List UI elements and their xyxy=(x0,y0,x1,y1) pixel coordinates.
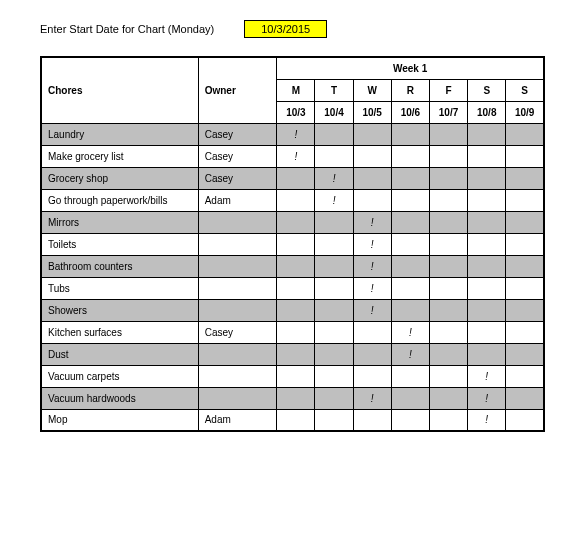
day-cell[interactable]: ! xyxy=(315,189,353,211)
owner-cell[interactable] xyxy=(198,343,277,365)
day-cell[interactable] xyxy=(506,387,544,409)
day-cell[interactable]: ! xyxy=(353,387,391,409)
day-cell[interactable] xyxy=(353,167,391,189)
day-cell[interactable] xyxy=(429,387,467,409)
day-cell[interactable] xyxy=(353,189,391,211)
chore-cell[interactable]: Toilets xyxy=(41,233,198,255)
day-cell[interactable] xyxy=(506,189,544,211)
date-input[interactable]: 10/3/2015 xyxy=(244,20,327,38)
owner-cell[interactable]: Casey xyxy=(198,123,277,145)
day-cell[interactable]: ! xyxy=(391,321,429,343)
day-cell[interactable] xyxy=(391,365,429,387)
day-cell[interactable] xyxy=(391,145,429,167)
chore-cell[interactable]: Showers xyxy=(41,299,198,321)
day-cell[interactable] xyxy=(506,167,544,189)
day-cell[interactable] xyxy=(391,387,429,409)
day-cell[interactable] xyxy=(315,321,353,343)
day-cell[interactable] xyxy=(506,211,544,233)
day-cell[interactable] xyxy=(429,321,467,343)
day-cell[interactable] xyxy=(429,189,467,211)
day-cell[interactable] xyxy=(429,277,467,299)
day-cell[interactable] xyxy=(391,299,429,321)
day-cell[interactable] xyxy=(506,299,544,321)
day-cell[interactable] xyxy=(506,365,544,387)
day-cell[interactable] xyxy=(277,189,315,211)
owner-cell[interactable]: Adam xyxy=(198,189,277,211)
day-cell[interactable] xyxy=(315,387,353,409)
day-cell[interactable] xyxy=(353,145,391,167)
day-cell[interactable] xyxy=(353,123,391,145)
day-cell[interactable] xyxy=(277,299,315,321)
day-cell[interactable] xyxy=(468,299,506,321)
day-cell[interactable] xyxy=(315,255,353,277)
owner-cell[interactable] xyxy=(198,387,277,409)
day-cell[interactable] xyxy=(429,167,467,189)
day-cell[interactable] xyxy=(277,365,315,387)
day-cell[interactable]: ! xyxy=(353,255,391,277)
day-cell[interactable] xyxy=(277,387,315,409)
day-cell[interactable] xyxy=(315,299,353,321)
day-cell[interactable] xyxy=(429,343,467,365)
day-cell[interactable] xyxy=(506,233,544,255)
day-cell[interactable] xyxy=(429,123,467,145)
day-cell[interactable] xyxy=(391,123,429,145)
day-cell[interactable] xyxy=(506,321,544,343)
day-cell[interactable] xyxy=(468,255,506,277)
chore-cell[interactable]: Mop xyxy=(41,409,198,431)
day-cell[interactable] xyxy=(468,211,506,233)
day-cell[interactable] xyxy=(391,409,429,431)
day-cell[interactable] xyxy=(391,167,429,189)
day-cell[interactable] xyxy=(391,189,429,211)
day-cell[interactable] xyxy=(429,365,467,387)
day-cell[interactable] xyxy=(468,189,506,211)
day-cell[interactable]: ! xyxy=(468,365,506,387)
day-cell[interactable] xyxy=(506,123,544,145)
chore-cell[interactable]: Vacuum carpets xyxy=(41,365,198,387)
day-cell[interactable] xyxy=(506,409,544,431)
day-cell[interactable] xyxy=(315,123,353,145)
day-cell[interactable] xyxy=(315,365,353,387)
day-cell[interactable]: ! xyxy=(277,145,315,167)
day-cell[interactable] xyxy=(353,365,391,387)
day-cell[interactable] xyxy=(353,321,391,343)
day-cell[interactable]: ! xyxy=(468,387,506,409)
owner-cell[interactable]: Casey xyxy=(198,167,277,189)
owner-cell[interactable] xyxy=(198,299,277,321)
chore-cell[interactable]: Vacuum hardwoods xyxy=(41,387,198,409)
day-cell[interactable] xyxy=(506,343,544,365)
day-cell[interactable]: ! xyxy=(468,409,506,431)
day-cell[interactable] xyxy=(277,321,315,343)
day-cell[interactable] xyxy=(315,145,353,167)
owner-cell[interactable]: Adam xyxy=(198,409,277,431)
chore-cell[interactable]: Grocery shop xyxy=(41,167,198,189)
day-cell[interactable] xyxy=(315,343,353,365)
owner-cell[interactable]: Casey xyxy=(198,145,277,167)
day-cell[interactable] xyxy=(506,145,544,167)
day-cell[interactable] xyxy=(429,211,467,233)
day-cell[interactable] xyxy=(277,255,315,277)
chore-cell[interactable]: Dust xyxy=(41,343,198,365)
day-cell[interactable] xyxy=(277,167,315,189)
owner-cell[interactable] xyxy=(198,211,277,233)
owner-cell[interactable] xyxy=(198,255,277,277)
owner-cell[interactable] xyxy=(198,365,277,387)
day-cell[interactable]: ! xyxy=(353,299,391,321)
day-cell[interactable] xyxy=(391,211,429,233)
chore-cell[interactable]: Mirrors xyxy=(41,211,198,233)
owner-cell[interactable] xyxy=(198,233,277,255)
day-cell[interactable]: ! xyxy=(353,233,391,255)
day-cell[interactable] xyxy=(429,299,467,321)
day-cell[interactable] xyxy=(277,211,315,233)
chore-cell[interactable]: Bathroom counters xyxy=(41,255,198,277)
day-cell[interactable] xyxy=(429,233,467,255)
chore-cell[interactable]: Laundry xyxy=(41,123,198,145)
day-cell[interactable] xyxy=(429,255,467,277)
day-cell[interactable]: ! xyxy=(277,123,315,145)
day-cell[interactable] xyxy=(353,409,391,431)
day-cell[interactable] xyxy=(315,211,353,233)
day-cell[interactable] xyxy=(391,277,429,299)
day-cell[interactable] xyxy=(277,277,315,299)
day-cell[interactable] xyxy=(506,277,544,299)
day-cell[interactable]: ! xyxy=(353,211,391,233)
day-cell[interactable] xyxy=(468,321,506,343)
